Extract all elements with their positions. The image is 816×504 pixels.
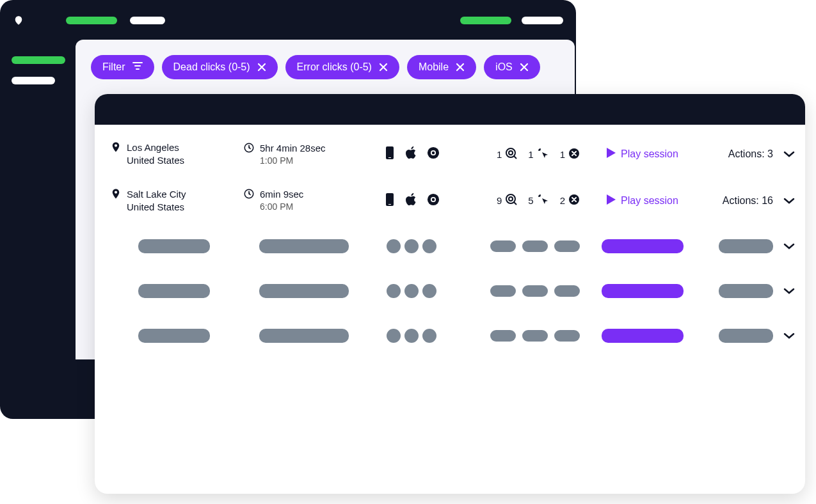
location-country: United States <box>127 154 184 167</box>
chevron-down-icon[interactable] <box>783 330 795 342</box>
skeleton-dot <box>422 284 436 298</box>
chip-label: Mobile <box>419 61 449 73</box>
stats-cell: 9 5 2 <box>458 193 580 208</box>
chevron-down-icon[interactable] <box>783 240 795 252</box>
chip-error-clicks[interactable]: Error clicks (0-5) <box>285 55 399 79</box>
apple-icon <box>405 193 418 209</box>
skeleton-pill <box>138 329 210 343</box>
header-pill-4 <box>522 17 563 24</box>
filter-label: Filter <box>102 61 125 73</box>
mobile-icon <box>383 193 396 209</box>
play-session-button[interactable]: Play session <box>585 194 700 207</box>
skeleton-row <box>95 269 805 313</box>
chevron-down-icon[interactable] <box>783 148 795 160</box>
actions-label: Actions: 16 <box>723 195 773 207</box>
clock-icon <box>243 188 255 202</box>
error-icon <box>568 148 580 161</box>
skeleton-pill <box>259 284 349 298</box>
duration: 5hr 4min 28sec <box>260 142 326 155</box>
dead-clicks-stat: 9 <box>497 193 518 208</box>
svg-rect-2 <box>388 157 391 158</box>
filter-icon <box>132 61 143 73</box>
skeleton-pill <box>490 330 516 342</box>
skeleton-dot <box>387 239 401 253</box>
device-icons <box>370 146 453 162</box>
header-pill-3 <box>460 17 511 24</box>
apple-icon <box>405 146 418 162</box>
location-pin-icon <box>110 188 122 202</box>
mobile-icon <box>383 146 396 162</box>
filter-row: Filter Dead clicks (0-5) Error clicks (0… <box>91 55 559 79</box>
skeleton-pill <box>259 329 349 343</box>
chip-label: iOS <box>495 61 513 73</box>
logo-icon <box>13 15 24 26</box>
sidebar-item-1 <box>12 56 65 64</box>
error-icon <box>568 194 580 207</box>
skeleton-row <box>95 224 805 269</box>
skeleton-dot <box>387 284 401 298</box>
svg-point-14 <box>432 198 435 201</box>
time-cell: 6min 9sec 6:00 PM <box>243 188 365 213</box>
skeleton-pill <box>490 285 516 297</box>
error-clicks-stat: 2 <box>560 194 580 207</box>
skeleton-pill <box>602 329 684 343</box>
play-session-button[interactable]: Play session <box>585 148 700 161</box>
rage-clicks-stat: 5 <box>528 193 549 208</box>
target-icon <box>505 193 518 208</box>
chevron-down-icon[interactable] <box>783 285 795 297</box>
chip-ios[interactable]: iOS <box>484 55 540 79</box>
chip-dead-clicks[interactable]: Dead clicks (0-5) <box>162 55 278 79</box>
svg-point-5 <box>432 152 435 155</box>
skeleton-pill <box>138 284 210 298</box>
svg-point-15 <box>506 194 515 203</box>
skeleton-pill <box>719 284 773 298</box>
skeleton-pill <box>554 240 580 252</box>
close-icon[interactable] <box>456 63 465 72</box>
chip-label: Error clicks (0-5) <box>297 61 372 73</box>
back-header <box>13 14 563 27</box>
stat-value: 5 <box>528 195 533 206</box>
clock-icon <box>243 142 255 156</box>
chip-mobile[interactable]: Mobile <box>407 55 476 79</box>
skeleton-dot <box>422 239 436 253</box>
location-pin-icon <box>110 141 122 155</box>
skeleton-dot <box>387 329 401 343</box>
cursor-click-icon <box>537 193 550 208</box>
skeleton-pill <box>490 240 516 252</box>
svg-point-6 <box>506 148 515 157</box>
stat-value: 2 <box>560 195 565 206</box>
sessions-window: Los Angeles United States 5hr 4min 28sec… <box>95 94 805 494</box>
rage-clicks-stat: 1 <box>528 147 549 162</box>
close-icon[interactable] <box>257 63 266 72</box>
skeleton-pill <box>719 239 773 253</box>
close-icon[interactable] <box>520 63 529 72</box>
sidebar <box>12 56 69 97</box>
session-row: Salt Lake City United States 6min 9sec 6… <box>95 178 805 224</box>
sidebar-item-2 <box>12 77 55 84</box>
stat-value: 9 <box>497 195 502 206</box>
actions-cell: Actions: 16 <box>705 195 795 207</box>
skeleton-dot <box>404 284 419 298</box>
stats-cell: 1 1 1 <box>458 147 580 162</box>
location-cell: Salt Lake City United States <box>110 188 238 214</box>
session-list: Los Angeles United States 5hr 4min 28sec… <box>95 125 805 358</box>
browser-icon <box>427 193 440 209</box>
location-country: United States <box>127 201 186 214</box>
play-label: Play session <box>621 148 678 160</box>
header-pill-1 <box>66 17 117 24</box>
target-icon <box>505 147 518 162</box>
stat-value: 1 <box>497 149 502 160</box>
chevron-down-icon[interactable] <box>783 195 795 207</box>
stat-value: 1 <box>560 149 565 160</box>
actions-label: Actions: 3 <box>728 148 773 160</box>
filter-button[interactable]: Filter <box>91 55 154 79</box>
browser-icon <box>427 146 440 162</box>
close-icon[interactable] <box>379 63 388 72</box>
location-city: Salt Lake City <box>127 188 186 201</box>
session-row: Los Angeles United States 5hr 4min 28sec… <box>95 131 805 178</box>
duration: 6min 9sec <box>260 188 303 201</box>
time: 1:00 PM <box>260 155 326 167</box>
chip-label: Dead clicks (0-5) <box>173 61 250 73</box>
location-city: Los Angeles <box>127 141 184 154</box>
skeleton-pill <box>259 239 349 253</box>
